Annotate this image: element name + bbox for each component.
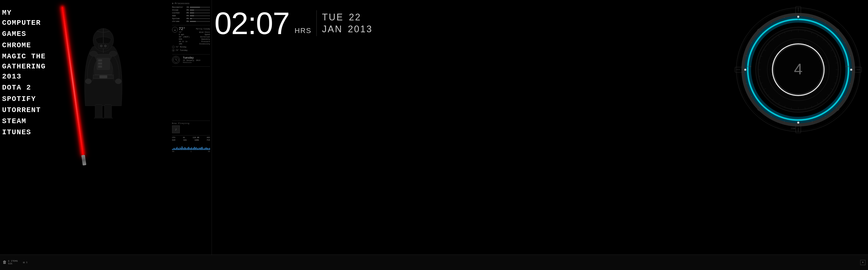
weather-icon: ☁ [172, 27, 178, 33]
nav-item-steam[interactable]: STEAM [2, 116, 50, 126]
clock-hrs-label: HRS [294, 27, 311, 35]
process-pct: 0% [184, 12, 189, 14]
weather-detail-pressure: 30.11 in Pressure [179, 40, 210, 43]
process-pct: 1% [184, 6, 189, 8]
process-bar-container [190, 18, 210, 19]
sys-row-ram: RAM 31% 100% PVR [172, 139, 210, 141]
mini-bar [202, 147, 203, 150]
clock-day-num: 22 [349, 12, 361, 23]
mini-bar [185, 148, 186, 150]
nav-item-chrome[interactable]: CHROME [2, 40, 50, 50]
mini-bar [192, 148, 193, 150]
taskbar-right-button[interactable]: ▼ [860, 260, 865, 265]
mini-bar [183, 148, 183, 150]
process-name: dwm [172, 14, 184, 17]
nav-item-my-computer[interactable]: MY COMPUTER [2, 8, 50, 28]
mini-bar [198, 148, 199, 150]
process-pct: 0% [184, 14, 189, 17]
mini-bar [178, 148, 179, 150]
nav-item-magic[interactable]: MAGIC THE GATHERING 2013 [2, 52, 50, 82]
nav-item-dota2[interactable]: DOTA 2 [2, 82, 50, 93]
svg-point-18 [104, 45, 106, 47]
svg-point-113 [744, 69, 746, 71]
mini-bar [207, 148, 207, 150]
vader-figure [78, 15, 129, 119]
svg-rect-4 [98, 66, 102, 68]
mini-bar [175, 149, 176, 150]
mini-bar [184, 147, 185, 150]
svg-rect-3 [98, 63, 102, 65]
taskbar-items-count: 6 ITEMS [8, 260, 18, 263]
mail-icon: ✉ [23, 261, 25, 264]
process-bar [190, 18, 192, 19]
svg-rect-16 [99, 43, 108, 48]
now-playing-title: Now Playing [172, 122, 210, 125]
mini-bar [191, 147, 192, 150]
svg-text:4: 4 [794, 60, 802, 78]
taskbar-trash-item[interactable]: 🗑 6 ITEMS 51% [3, 260, 18, 265]
processes-section-title: ⚙ Processes [172, 2, 210, 5]
mini-bar [180, 147, 181, 150]
process-bar [190, 15, 194, 16]
svg-text:2100: 2100 [791, 128, 796, 130]
process-name: chrome [172, 20, 184, 23]
svg-rect-2 [98, 59, 102, 61]
mini-bar [172, 149, 173, 150]
clock-time-display: 02:07 [214, 8, 289, 39]
svg-text:3240: 3240 [747, 66, 751, 68]
mini-bar [189, 148, 190, 150]
process-bar-container [190, 7, 210, 8]
nav-item-itunes[interactable]: ITUNES [2, 127, 50, 137]
weather-desc: Partly Cloudy [196, 28, 210, 30]
mini-bar [196, 147, 197, 150]
left-navigation: MY COMPUTERGAMESCHROMEMAGIC THE GATHERIN… [0, 5, 52, 140]
process-pct: 0% [184, 17, 189, 20]
svg-line-21 [176, 60, 177, 60]
weather-detail-visibility: 10% Visibility [179, 43, 210, 45]
mini-bar [209, 148, 210, 150]
mini-bar [183, 148, 184, 150]
weather-temp: 72° [179, 27, 185, 31]
process-name: Steam [172, 9, 184, 11]
process-bar-container [190, 15, 210, 16]
bar-label-1: 6% [172, 150, 174, 153]
weather-day2-icon: ● [172, 49, 175, 52]
calendar-clock-icon [172, 56, 180, 64]
mini-bar [174, 148, 175, 150]
system-stats: CPU 4t 118 GB HDD RAM 31% 100% PVR 6% 1 … [172, 135, 210, 153]
mini-bar [176, 148, 177, 150]
calendar-date: 22 January, 2013 [183, 59, 200, 61]
clock-day-abbr: TUE [322, 12, 344, 23]
mini-bar [187, 148, 187, 150]
mini-bar [179, 148, 180, 150]
svg-rect-11 [104, 105, 112, 119]
taskbar-mail-item[interactable]: ✉ 1 [23, 261, 28, 264]
weather-day1: ○ 72° Monday [172, 46, 210, 48]
center-panel: ⚙ Processes Rainmeter 1% Steam 0% csched… [170, 0, 212, 270]
mini-bar-chart [172, 142, 210, 150]
svg-point-114 [850, 69, 852, 71]
nav-item-games[interactable]: GAMES [2, 29, 50, 39]
mini-bar [197, 148, 197, 150]
mini-bar [203, 148, 204, 150]
mini-bar [190, 148, 191, 150]
process-list: Rainmeter 1% Steam 0% csched 0% dwm 0% S [172, 6, 210, 23]
svg-point-9 [85, 79, 91, 84]
mini-bar [199, 148, 200, 150]
trash-icon: 🗑 [3, 260, 7, 265]
svg-rect-10 [95, 105, 102, 119]
svg-point-14 [90, 51, 97, 56]
bar-label-3: 3% [208, 150, 210, 153]
process-row: System 0% [172, 17, 210, 20]
svg-point-111 [797, 16, 799, 18]
nav-item-spotify[interactable]: SPOTIFY [2, 94, 50, 104]
process-row: Rainmeter 1% [172, 6, 210, 8]
bar-label-2: 1 [190, 150, 191, 153]
mini-bar [181, 148, 181, 150]
mini-bar [209, 148, 209, 150]
weather-detail-heat: 30° (HEAT) Direction [179, 36, 210, 38]
taskbar-items-sub: 51% [8, 263, 18, 265]
nav-item-utorrent[interactable]: UTORRENT [2, 105, 50, 115]
process-name: Rainmeter [172, 6, 184, 8]
mini-bar [188, 147, 189, 150]
